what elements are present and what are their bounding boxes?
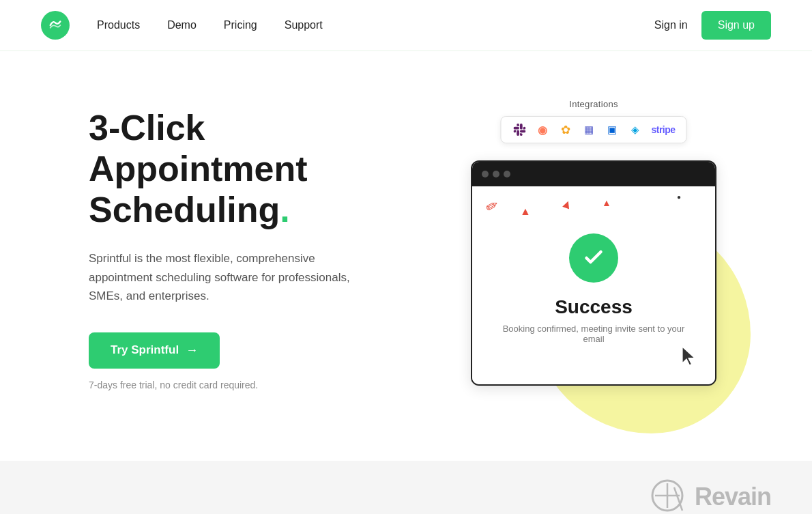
settings-icon: ✿ <box>558 122 573 137</box>
hero-title-dot: . <box>280 190 289 229</box>
paint-stroke-1: ✏ <box>482 195 502 217</box>
revain-logo: Revain <box>648 476 771 515</box>
hero-section: 3-Click Appointment Scheduling. Sprintfu… <box>0 51 812 461</box>
hero-right: Integrations ◉ ✿ ▦ ▣ ◈ stripe <box>416 92 771 406</box>
titlebar-dot-2 <box>493 171 499 177</box>
hero-cta-group: Try Sprintful → <box>89 332 416 380</box>
revain-icon <box>648 476 689 515</box>
navbar: Products Demo Pricing Support Sign in Si… <box>0 0 812 51</box>
sign-in-button[interactable]: Sign in <box>654 19 688 31</box>
hero-title-line2: Scheduling <box>89 190 280 229</box>
sign-up-button[interactable]: Sign up <box>701 11 771 40</box>
paint-stroke-4: ▲ <box>602 197 611 208</box>
success-title: Success <box>555 296 633 318</box>
titlebar-dot-3 <box>504 171 510 177</box>
cursor-icon <box>678 345 703 369</box>
slack-icon <box>512 122 527 137</box>
paint-stroke-2: ▲ <box>520 205 531 218</box>
cursor-overlay <box>678 345 703 372</box>
try-btn-label: Try Sprintful <box>111 343 179 357</box>
try-sprintful-button[interactable]: Try Sprintful → <box>89 332 220 369</box>
nav-links: Products Demo Pricing Support <box>97 19 654 31</box>
integrations-label: Integrations <box>569 99 618 109</box>
teams-icon: ▦ <box>581 122 596 137</box>
box-icon: ▣ <box>605 122 620 137</box>
nav-demo[interactable]: Demo <box>167 19 197 31</box>
arrow-icon: → <box>186 343 198 358</box>
paint-stroke-5: ● <box>677 193 681 201</box>
success-subtitle: Booking confirmed, meeting invite sent t… <box>493 324 695 344</box>
paint-stroke-3: ▲ <box>559 196 575 214</box>
hero-title-line1: 3-Click Appointment <box>89 108 308 188</box>
nav-support[interactable]: Support <box>285 19 323 31</box>
success-checkmark-icon <box>569 233 618 283</box>
stripe-label: stripe <box>651 124 675 135</box>
integrations-bar: ◉ ✿ ▦ ▣ ◈ stripe <box>500 116 686 143</box>
screenshot-card: ✏ ▲ ▲ ▲ ● Success Booking confirmed, mee… <box>471 160 716 386</box>
hubspot-icon: ◉ <box>535 122 550 137</box>
hero-title: 3-Click Appointment Scheduling. <box>89 108 416 230</box>
logo-icon <box>48 18 63 33</box>
footer-bar: Revain <box>0 461 812 514</box>
hero-left: 3-Click Appointment Scheduling. Sprintfu… <box>89 108 416 390</box>
card-titlebar <box>472 162 715 186</box>
nav-right: Sign in Sign up <box>654 11 771 40</box>
logo[interactable] <box>41 11 70 40</box>
trial-note: 7-days free trial, no credit card requir… <box>89 380 416 390</box>
hero-description: Sprintful is the most flexible, comprehe… <box>89 249 362 305</box>
revain-text: Revain <box>695 483 771 511</box>
titlebar-dot-1 <box>482 171 489 177</box>
nav-products[interactable]: Products <box>97 19 140 31</box>
salesforce-icon: ◈ <box>628 122 643 137</box>
nav-pricing[interactable]: Pricing <box>224 19 257 31</box>
